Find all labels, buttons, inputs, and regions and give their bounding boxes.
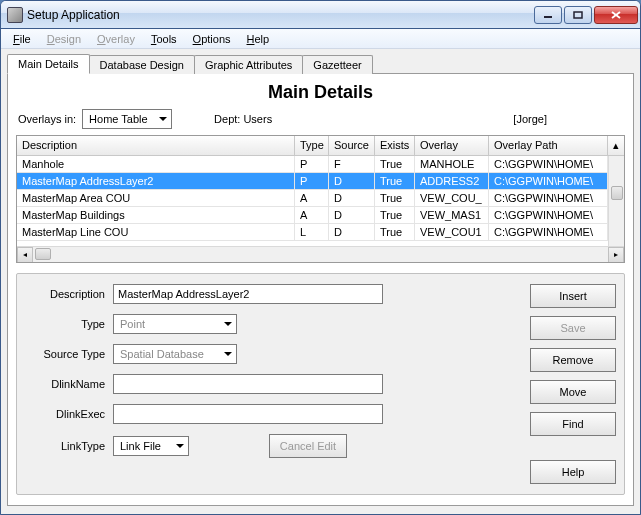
window-title: Setup Application <box>27 8 534 22</box>
minimize-button[interactable] <box>534 6 562 24</box>
scroll-thumb[interactable] <box>611 186 623 200</box>
maximize-button[interactable] <box>564 6 592 24</box>
menu-help[interactable]: Help <box>239 31 278 47</box>
description-input[interactable] <box>113 284 383 304</box>
col-type[interactable]: Type <box>295 136 329 155</box>
menu-design[interactable]: Design <box>39 31 89 47</box>
linktype-label: LinkType <box>25 440 105 452</box>
table-row[interactable]: Manhole P F True MANHOLE C:\GGPWIN\HOME\ <box>17 156 624 173</box>
save-button[interactable]: Save <box>530 316 616 340</box>
scroll-left-icon[interactable]: ◂ <box>17 247 33 263</box>
source-type-label: Source Type <box>25 348 105 360</box>
tab-main-details[interactable]: Main Details <box>7 54 90 74</box>
overlays-in-label: Overlays in: <box>18 113 76 125</box>
form-area: Description Type Point Source Type Spati… <box>16 273 625 495</box>
scroll-thumb[interactable] <box>35 248 51 260</box>
dlinkname-input[interactable] <box>113 374 383 394</box>
menu-overlay[interactable]: Overlay <box>89 31 143 47</box>
insert-button[interactable]: Insert <box>530 284 616 308</box>
titlebar: Setup Application <box>1 1 640 29</box>
type-combo[interactable]: Point <box>113 314 237 334</box>
scroll-track[interactable] <box>33 247 608 263</box>
table-header: Description Type Source Exists Overlay O… <box>17 136 624 156</box>
scroll-up-icon[interactable]: ▴ <box>608 136 624 155</box>
horizontal-scrollbar[interactable]: ◂ ▸ <box>17 246 624 262</box>
dlinkname-label: DlinkName <box>25 378 105 390</box>
col-exists[interactable]: Exists <box>375 136 415 155</box>
cancel-edit-button[interactable]: Cancel Edit <box>269 434 347 458</box>
source-type-combo[interactable]: Spatial Database <box>113 344 237 364</box>
table-row[interactable]: MasterMap Area COU A D True VEW_COU_ C:\… <box>17 190 624 207</box>
help-button[interactable]: Help <box>530 460 616 484</box>
remove-button[interactable]: Remove <box>530 348 616 372</box>
col-description[interactable]: Description <box>17 136 295 155</box>
col-overlay-path[interactable]: Overlay Path <box>489 136 608 155</box>
scroll-right-icon[interactable]: ▸ <box>608 247 624 263</box>
description-label: Description <box>25 288 105 300</box>
tab-gazetteer[interactable]: Gazetteer <box>302 55 372 74</box>
dept-label: Dept: Users <box>214 113 272 125</box>
app-window: Setup Application File Design Overlay To… <box>0 0 641 515</box>
table-row[interactable]: MasterMap AddressLayer2 P D True ADDRESS… <box>17 173 624 190</box>
col-overlay[interactable]: Overlay <box>415 136 489 155</box>
col-source[interactable]: Source <box>329 136 375 155</box>
close-button[interactable] <box>594 6 638 24</box>
tab-database-design[interactable]: Database Design <box>89 55 195 74</box>
tab-page: Main Details Overlays in: Home Table Dep… <box>7 73 634 506</box>
menu-tools[interactable]: Tools <box>143 31 185 47</box>
tab-graphic-attributes[interactable]: Graphic Attributes <box>194 55 303 74</box>
table-row[interactable]: MasterMap Line COU L D True VEW_COU1 C:\… <box>17 224 624 241</box>
linktype-combo[interactable]: Link File <box>113 436 189 456</box>
client-area: Main Details Database Design Graphic Att… <box>1 49 640 514</box>
top-row: Overlays in: Home Table Dept: Users [Jor… <box>16 109 625 129</box>
overlays-table: Description Type Source Exists Overlay O… <box>16 135 625 263</box>
type-label: Type <box>25 318 105 330</box>
page-title: Main Details <box>16 82 625 103</box>
overlays-in-combo[interactable]: Home Table <box>82 109 172 129</box>
menu-file[interactable]: File <box>5 31 39 47</box>
dlinkexec-input[interactable] <box>113 404 383 424</box>
dlinkexec-label: DlinkExec <box>25 408 105 420</box>
user-bracket: [Jorge] <box>513 113 547 125</box>
app-icon <box>7 7 23 23</box>
table-body: Manhole P F True MANHOLE C:\GGPWIN\HOME\… <box>17 156 624 246</box>
menubar: File Design Overlay Tools Options Help <box>1 29 640 49</box>
vertical-scrollbar[interactable] <box>608 156 624 246</box>
table-row[interactable]: MasterMap Buildings A D True VEW_MAS1 C:… <box>17 207 624 224</box>
move-button[interactable]: Move <box>530 380 616 404</box>
find-button[interactable]: Find <box>530 412 616 436</box>
svg-rect-1 <box>574 12 582 18</box>
menu-options[interactable]: Options <box>185 31 239 47</box>
tabstrip: Main Details Database Design Graphic Att… <box>7 53 634 73</box>
